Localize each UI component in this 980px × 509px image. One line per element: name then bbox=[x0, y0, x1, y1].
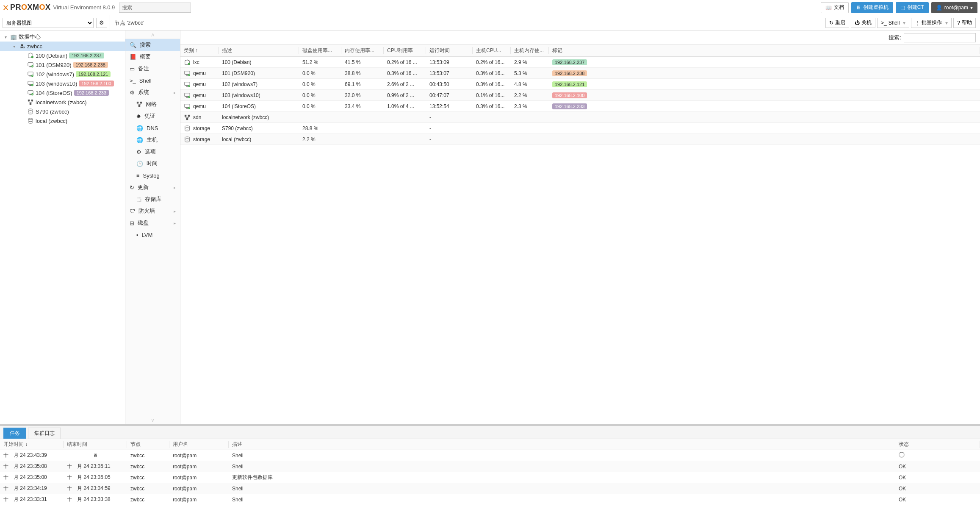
tree-item[interactable]: 103 (windows10)192.168.2.100 bbox=[0, 79, 125, 88]
col-node[interactable]: 节点 bbox=[127, 441, 169, 448]
tree-item[interactable]: 102 (windows7)192.168.2.121 bbox=[0, 70, 125, 79]
collapse-icon[interactable]: ▾ bbox=[3, 35, 8, 39]
loading-icon bbox=[899, 452, 905, 458]
grid-row[interactable]: qemu102 (windows7)0.0 %69.1 %2.6% of 2 .… bbox=[180, 79, 980, 90]
collapse-icon[interactable]: ▾ bbox=[11, 44, 17, 49]
help-button[interactable]: ?帮助 bbox=[953, 18, 976, 28]
vm-icon bbox=[184, 81, 191, 88]
menu-item-备注[interactable]: ▭备注 bbox=[125, 63, 180, 75]
menu-item-更新[interactable]: ↻更新▸ bbox=[125, 181, 180, 193]
task-row[interactable]: 十一月 24 23:35:00十一月 24 23:35:05zwbccroot@… bbox=[0, 472, 980, 483]
menu-item-系统[interactable]: ⚙系统▸ bbox=[125, 86, 180, 98]
menu-item-概要[interactable]: 📕概要 bbox=[125, 51, 180, 63]
menu-item-label: 选项 bbox=[145, 148, 156, 156]
user-menu-button[interactable]: 👤 root@pam ▾ bbox=[931, 2, 977, 13]
col-start[interactable]: 开始时间 ↓ bbox=[0, 441, 64, 448]
tree-item[interactable]: 101 (DSM920)192.168.2.238 bbox=[0, 60, 125, 70]
col-hostcpu[interactable]: 主机CPU... bbox=[473, 47, 511, 54]
grid-row[interactable]: qemu103 (windows10)0.0 %32.0 %0.9% of 2 … bbox=[180, 90, 980, 101]
list-icon: ≡ bbox=[136, 172, 140, 179]
tree-item[interactable]: local (zwbcc) bbox=[0, 116, 125, 125]
tree-node[interactable]: ▾ 🖧 zwbcc bbox=[0, 42, 125, 51]
power-icon: ⏻ bbox=[855, 20, 860, 26]
col-disk[interactable]: 磁盘使用率... bbox=[299, 47, 341, 54]
shell-button[interactable]: >_Shell▾ bbox=[877, 18, 909, 28]
create-vm-button[interactable]: 🖥 创建虚拟机 bbox=[851, 2, 893, 13]
tree-item[interactable]: localnetwork (zwbcc) bbox=[0, 97, 125, 107]
grid-search-input[interactable] bbox=[904, 33, 976, 42]
svg-point-18 bbox=[28, 118, 33, 120]
menu-item-主机[interactable]: 🌐主机 bbox=[125, 134, 180, 146]
menu-item-LVM[interactable]: ▪LVM bbox=[125, 229, 180, 241]
menu-item-Syslog[interactable]: ≡Syslog bbox=[125, 170, 180, 181]
ip-tag: 192.168.2.237 bbox=[69, 53, 104, 58]
global-search-input[interactable] bbox=[119, 3, 191, 13]
menu-item-label: 概要 bbox=[140, 53, 151, 61]
tree-datacenter[interactable]: ▾ 🏢 数据中心 bbox=[0, 32, 125, 42]
reboot-button[interactable]: ↻重启 bbox=[825, 18, 849, 28]
menu-item-防火墙[interactable]: 🛡防火墙▸ bbox=[125, 205, 180, 217]
col-status[interactable]: 状态 bbox=[895, 441, 980, 448]
view-selector-wrap: 服务器视图 ⚙ bbox=[0, 15, 110, 30]
grid-row[interactable]: qemu101 (DSM920)0.0 %38.8 %0.3% of 16 ..… bbox=[180, 68, 980, 79]
menu-collapse-down[interactable]: v bbox=[125, 416, 180, 424]
tab-cluster-log[interactable]: 集群日志 bbox=[28, 428, 61, 439]
view-settings-button[interactable]: ⚙ bbox=[96, 18, 107, 28]
col-type[interactable]: 类别 ↑ bbox=[180, 47, 219, 54]
task-row[interactable]: 十一月 24 23:34:19十一月 24 23:34:59zwbccroot@… bbox=[0, 483, 980, 494]
svg-rect-37 bbox=[188, 114, 190, 116]
shell-icon: >_ bbox=[130, 78, 136, 84]
col-tags[interactable]: 标记 bbox=[549, 47, 980, 54]
menu-item-存储库[interactable]: ⬚存储库 bbox=[125, 193, 180, 205]
menu-item-Shell[interactable]: >_Shell bbox=[125, 75, 180, 86]
tree-item[interactable]: 104 (iStoreOS)192.168.2.233 bbox=[0, 88, 125, 97]
bulk-button[interactable]: ⋮批量操作▾ bbox=[911, 18, 952, 28]
menu-item-磁盘[interactable]: ⊟磁盘▸ bbox=[125, 217, 180, 229]
svg-point-23 bbox=[188, 62, 190, 64]
task-row[interactable]: 十一月 24 23:43:39🖥zwbccroot@pamShell bbox=[0, 450, 980, 461]
chevron-right-icon: ▸ bbox=[174, 185, 176, 190]
task-row[interactable]: 十一月 24 23:33:31十一月 24 23:33:38zwbccroot@… bbox=[0, 494, 980, 505]
menu-item-label: 系统 bbox=[138, 89, 149, 96]
grid-row[interactable]: storagelocal (zwbcc)2.2 %- bbox=[180, 134, 980, 145]
col-desc[interactable]: 描述 bbox=[219, 47, 299, 54]
col-uptime[interactable]: 运行时间 bbox=[426, 47, 473, 54]
col-user[interactable]: 用户名 bbox=[169, 441, 229, 448]
grid-row[interactable]: sdnlocalnetwork (zwbcc)- bbox=[180, 112, 980, 123]
tree-item[interactable]: S790 (zwbcc) bbox=[0, 107, 125, 116]
shutdown-button[interactable]: ⏻关机 bbox=[851, 18, 875, 28]
storage-icon bbox=[27, 108, 34, 115]
col-end[interactable]: 结束时间 bbox=[64, 441, 127, 448]
vm-icon bbox=[184, 92, 191, 99]
task-row[interactable]: 十一月 24 23:35:08十一月 24 23:35:11zwbccroot@… bbox=[0, 461, 980, 472]
menu-item-搜索[interactable]: 🔍搜索 bbox=[125, 39, 180, 51]
vm-icon bbox=[27, 89, 34, 96]
menu-collapse-up[interactable]: ʌ bbox=[125, 31, 180, 39]
grid-row[interactable]: storageS790 (zwbcc)28.8 %- bbox=[180, 123, 980, 134]
create-ct-label: 创建CT bbox=[907, 4, 924, 11]
col-hostmem[interactable]: 主机内存使... bbox=[511, 47, 549, 54]
menu-item-label: 更新 bbox=[138, 184, 149, 191]
menu-item-选项[interactable]: ⚙选项 bbox=[125, 146, 180, 158]
menu-item-凭证[interactable]: ✸凭证 bbox=[125, 110, 180, 122]
tab-tasks[interactable]: 任务 bbox=[3, 428, 26, 439]
grid-row[interactable]: lxc100 (Debian)51.2 %41.5 %0.2% of 16 ..… bbox=[180, 57, 980, 68]
docs-button[interactable]: 📖 文档 bbox=[821, 2, 849, 13]
menu-item-label: 存储库 bbox=[145, 195, 161, 203]
refresh-icon: ↻ bbox=[130, 184, 134, 191]
grid-row[interactable]: qemu104 (iStoreOS)0.0 %33.4 %1.0% of 4 .… bbox=[180, 101, 980, 112]
menu-item-时间[interactable]: 🕒时间 bbox=[125, 158, 180, 170]
menu-item-网络[interactable]: 网络 bbox=[125, 98, 180, 110]
create-ct-button[interactable]: ⬚ 创建CT bbox=[896, 2, 929, 13]
ip-tag: 192.168.2.238 bbox=[552, 70, 587, 76]
col-desc[interactable]: 描述 bbox=[229, 441, 895, 448]
view-selector[interactable]: 服务器视图 bbox=[3, 18, 94, 28]
tree-item[interactable]: 100 (Debian)192.168.2.237 bbox=[0, 51, 125, 60]
menu-icon: ⋮ bbox=[915, 20, 920, 26]
logo[interactable]: PROXMOX bbox=[3, 3, 51, 12]
col-cpu[interactable]: CPU利用率 bbox=[384, 47, 426, 54]
gear-icon: ⚙ bbox=[130, 89, 135, 96]
col-mem[interactable]: 内存使用率... bbox=[341, 47, 384, 54]
menu-item-DNS[interactable]: 🌐DNS bbox=[125, 122, 180, 134]
ip-tag: 192.168.2.237 bbox=[552, 59, 587, 65]
